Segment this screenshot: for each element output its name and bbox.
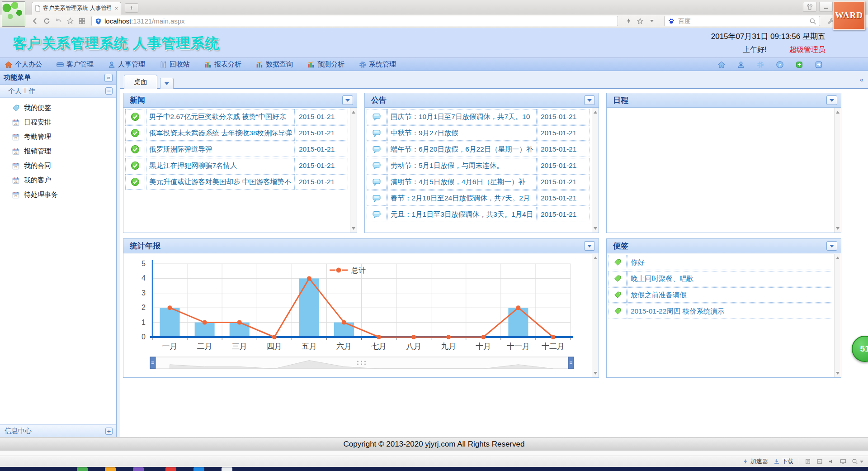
status-accelerator-button[interactable]: 加速器 <box>742 457 768 466</box>
browser-tab[interactable]: 客户关系管理系统 人事管理 × <box>32 2 121 14</box>
news-row[interactable]: 男子中2.67亿元巨奖欲分亲戚 被赞“中国好亲2015-01-21 <box>125 109 348 124</box>
sidebar-item-4[interactable]: 21我的合同 <box>0 158 116 173</box>
scroll-up-icon[interactable] <box>594 111 597 114</box>
sidebar-item-3[interactable]: 21报销管理 <box>0 144 116 158</box>
status-zoom-button[interactable] <box>852 458 863 465</box>
nav-item-4[interactable]: 报表分析 <box>204 60 241 68</box>
quick-home-button[interactable] <box>717 60 726 69</box>
announcement-row[interactable]: 国庆节：10月1日至7日放假调休，共7天。102015-01-21 <box>367 109 590 124</box>
quick-person-button[interactable] <box>737 60 745 69</box>
scroll-up-icon[interactable] <box>594 257 597 259</box>
announcement-row[interactable]: 清明节：4月5日放假，4月6日（星期一）补2015-01-21 <box>367 174 590 190</box>
minimize-button[interactable] <box>819 2 833 12</box>
search-box[interactable]: 百度 <box>664 16 820 26</box>
news-row[interactable]: 黑龙江在押犯网聊骗7名情人2015-01-21 <box>125 158 348 173</box>
scroll-up-icon[interactable] <box>836 111 840 114</box>
note-row[interactable]: 放假之前准备请假 <box>609 287 832 303</box>
news-row[interactable]: 俄军投资未来武器系统 去年接收38枚洲际导弹2015-01-21 <box>125 125 348 141</box>
taskbar-app-icon[interactable] <box>165 467 176 471</box>
bookmark-page-button[interactable] <box>634 16 646 26</box>
status-clipboard-button[interactable] <box>805 458 811 465</box>
panel-dropdown-button[interactable] <box>584 95 595 105</box>
svg-text:21: 21 <box>14 122 18 125</box>
scrollbar[interactable] <box>834 254 841 377</box>
panel-dropdown-button[interactable] <box>826 241 837 251</box>
announcement-row[interactable]: 春节：2月18日至24日放假调休，共7天。2月2015-01-21 <box>367 190 590 206</box>
announcement-row[interactable]: 劳动节：5月1日放假，与周末连休。2015-01-21 <box>367 158 590 173</box>
panel-dropdown-button[interactable] <box>584 241 595 251</box>
section-expand-button[interactable]: + <box>105 428 113 435</box>
nav-item-7[interactable]: 系统管理 <box>359 60 396 68</box>
sidebar-item-6[interactable]: 21待处理事务 <box>0 187 116 202</box>
sidebar-item-2[interactable]: 21考勤管理 <box>0 129 116 144</box>
quick-exit-button[interactable] <box>815 60 823 69</box>
scroll-down-icon[interactable] <box>594 372 597 375</box>
new-tab-button[interactable]: + <box>125 3 138 13</box>
url-field[interactable]: localhost:13121/main.aspx <box>91 16 618 26</box>
sidebar-item-1[interactable]: 21日程安排 <box>0 115 116 129</box>
quick-help-button[interactable]: ? <box>776 60 784 69</box>
scroll-down-icon[interactable] <box>836 227 840 230</box>
annual-stats-chart[interactable]: 012345一月二月三月四月五月六月七月八月九月十月十一月十二月总计 <box>125 256 586 374</box>
status-image-button[interactable] <box>816 458 823 465</box>
scrollbar[interactable] <box>834 108 841 233</box>
apps-grid-button[interactable] <box>76 16 88 26</box>
scroll-up-icon[interactable] <box>352 111 355 114</box>
back-button[interactable] <box>29 16 41 26</box>
url-dropdown-button[interactable] <box>646 16 658 26</box>
taskbar-app-icon[interactable] <box>77 467 88 471</box>
quick-gear-button[interactable] <box>756 60 764 69</box>
news-row[interactable]: 美元升值或让游客对美国却步 中国游客增势不2015-01-21 <box>125 174 348 190</box>
search-icon[interactable] <box>809 18 816 25</box>
nav-item-1[interactable]: 客户管理 <box>56 60 94 68</box>
scroll-down-icon[interactable] <box>352 227 355 230</box>
sidebar-item-0[interactable]: 我的便签 <box>0 100 116 115</box>
nav-item-0[interactable]: 个人办公 <box>5 60 42 68</box>
announcement-row[interactable]: 中秋节：9月27日放假2015-01-21 <box>367 125 590 141</box>
skin-shirt-button[interactable] <box>803 2 816 12</box>
svg-text:四月: 四月 <box>267 342 282 351</box>
splitter[interactable] <box>117 71 120 437</box>
scroll-up-icon[interactable] <box>836 257 840 259</box>
note-row[interactable]: 你好 <box>609 255 832 270</box>
nav-item-2[interactable]: 人事管理 <box>108 60 145 68</box>
announcement-row[interactable]: 端午节：6月20日放假，6月22日（星期一）补2015-01-21 <box>367 142 590 157</box>
history-undo-button[interactable] <box>52 16 64 26</box>
sidebar-section-info-center[interactable]: 信息中心 + <box>0 424 116 437</box>
favorites-button[interactable] <box>64 16 76 26</box>
scrollbar[interactable] <box>350 108 357 233</box>
sidebar-collapse-button[interactable]: « <box>104 74 113 82</box>
announcement-row[interactable]: 元旦：1月1日至3日放假调休，共3天。1月4日2015-01-21 <box>367 207 590 222</box>
note-row[interactable]: 2015-01-22周四 核价系统演示 <box>609 304 832 319</box>
note-row[interactable]: 晚上同时聚餐、唱歌 <box>609 271 832 286</box>
tab-desktop[interactable]: 桌面 <box>124 75 157 89</box>
status-download-button[interactable]: 下载 <box>774 457 793 466</box>
sidebar-section-personal-work[interactable]: 个人工作 − <box>0 85 116 98</box>
section-collapse-button[interactable]: − <box>105 87 113 95</box>
role-link[interactable]: 超级管理员 <box>789 46 826 53</box>
turbo-button[interactable] <box>623 16 634 26</box>
nav-item-5[interactable]: 数据查询 <box>255 60 293 68</box>
scrollbar[interactable] <box>592 108 599 233</box>
taskbar-app-icon[interactable] <box>222 467 232 471</box>
panel-dropdown-button[interactable] <box>826 95 837 105</box>
scroll-down-icon[interactable] <box>836 372 840 375</box>
refresh-button[interactable] <box>41 16 52 26</box>
panel-dropdown-button[interactable] <box>342 95 353 105</box>
quick-plugin-button[interactable] <box>795 60 803 69</box>
taskbar-app-icon[interactable] <box>133 467 144 471</box>
taskbar-app-icon[interactable] <box>105 467 116 471</box>
tab-close-button[interactable]: × <box>115 5 118 12</box>
scrollbar[interactable] <box>592 254 599 377</box>
nav-item-6[interactable]: 预测分析 <box>307 60 344 68</box>
east-collapse-button[interactable]: « <box>860 76 863 83</box>
status-monitor-button[interactable] <box>840 458 846 465</box>
sidebar-item-5[interactable]: 21我的客户 <box>0 173 116 187</box>
tab-dropdown-button[interactable] <box>160 78 174 89</box>
news-row[interactable]: 俄罗斯洲际弹道导弹2015-01-21 <box>125 142 348 157</box>
taskbar-app-icon[interactable] <box>193 467 204 471</box>
announcement-row-text: 端午节：6月20日放假，6月22日（星期一）补 <box>387 142 537 157</box>
nav-item-3[interactable]: 回收站 <box>159 60 190 68</box>
status-sound-button[interactable] <box>828 458 835 465</box>
scroll-down-icon[interactable] <box>594 227 597 230</box>
